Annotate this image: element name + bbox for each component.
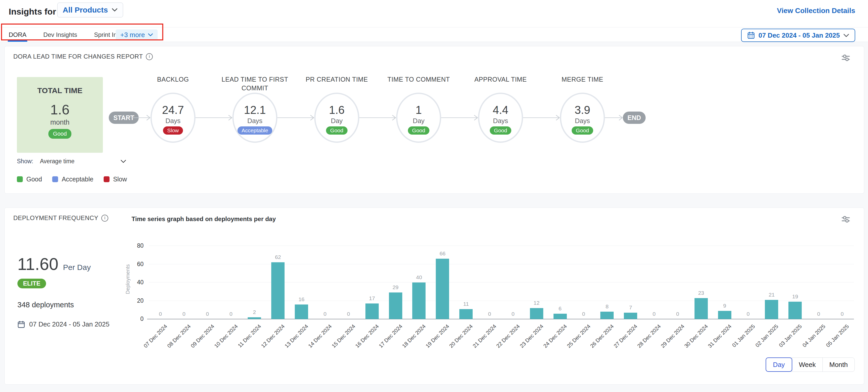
bar-17-Dec-2024[interactable] — [389, 293, 402, 319]
stage-label-4: TIME TO COMMENT — [378, 75, 460, 84]
total-time-unit: month — [17, 118, 103, 126]
lead-time-title-text: DORA LEAD TIME FOR CHANGES REPORT — [13, 53, 143, 60]
date-range-label: 07 Dec 2024 - 05 Jan 2025 — [758, 31, 840, 39]
y-tick-20: 20 — [127, 297, 144, 304]
gridline-20 — [149, 301, 854, 301]
bar-31-Dec-2024[interactable] — [718, 311, 731, 319]
bar-value-label: 17 — [362, 295, 382, 301]
y-tick-60: 60 — [127, 261, 144, 268]
bar-value-label: 0 — [174, 311, 194, 317]
bar-value-label: 19 — [785, 294, 805, 300]
x-tick-label: 10 Dec 2024 — [188, 323, 239, 374]
bar-18-Dec-2024[interactable] — [412, 282, 426, 319]
stage-label-5: APPROVAL TIME — [460, 75, 541, 84]
bar-value-label: 0 — [668, 311, 688, 317]
more-tabs-dropdown[interactable]: +3 more — [116, 29, 158, 40]
legend-item-good: Good — [17, 176, 42, 183]
info-icon[interactable]: i — [146, 53, 153, 60]
chevron-down-icon — [843, 34, 849, 37]
bar-value-label: 9 — [714, 303, 735, 309]
bar-26-Dec-2024[interactable] — [600, 312, 614, 319]
date-range-picker[interactable]: 07 Dec 2024 - 05 Jan 2025 — [741, 29, 855, 42]
bar-value-label: 16 — [291, 296, 312, 302]
legend-swatch-good — [17, 176, 23, 182]
bar-value-label: 12 — [526, 300, 547, 306]
y-tick-80: 80 — [127, 242, 144, 249]
deployment-rate-value: 11.60 — [18, 254, 58, 274]
bar-12-Dec-2024[interactable] — [271, 262, 284, 319]
deployment-rate-unit: Per Day — [63, 263, 91, 272]
deployment-date-range-label: 07 Dec 2024 - 05 Jan 2025 — [29, 320, 110, 328]
show-metric-dropdown[interactable]: Show: Average time — [17, 158, 126, 165]
stage-value: 1.6 — [315, 103, 358, 116]
x-tick-label: 23 Dec 2024 — [493, 323, 545, 374]
deployment-title-text: DEPLOYMENT FREQUENCY — [13, 214, 98, 221]
bar-16-Dec-2024[interactable] — [365, 303, 379, 319]
pipeline-arrow-4 — [359, 114, 396, 121]
x-tick-label: 30 Dec 2024 — [658, 323, 709, 374]
total-time-value: 1.6 — [17, 101, 103, 117]
stage-value: 3.9 — [561, 103, 604, 116]
stage-node-3[interactable]: 1.6DayGood — [314, 93, 359, 143]
chevron-down-icon — [121, 160, 126, 163]
y-tick-0: 0 — [127, 315, 144, 323]
bar-value-label: 0 — [221, 311, 241, 317]
stage-label-3: PR CREATION TIME — [296, 75, 378, 84]
granularity-month-button[interactable]: Month — [823, 358, 855, 371]
stage-unit: Days — [479, 117, 522, 125]
stage-node-5[interactable]: 4.4DaysGood — [478, 93, 523, 143]
total-time-box: TOTAL TIME 1.6 month Good — [17, 77, 103, 153]
legend-swatch-acceptable — [52, 176, 58, 182]
stage-node-2[interactable]: 12.1DaysAcceptable — [232, 93, 277, 143]
stage-status-badge: Good — [408, 126, 429, 134]
bar-19-Dec-2024[interactable] — [436, 259, 449, 319]
stage-node-1[interactable]: 24.7DaysSlow — [151, 93, 195, 143]
bar-value-label: 0 — [315, 311, 335, 317]
product-selector[interactable]: All Products — [57, 3, 123, 18]
bar-value-label: 6 — [550, 305, 570, 312]
deployment-card-title: DEPLOYMENT FREQUENCY i — [13, 214, 108, 221]
chevron-down-icon — [112, 8, 118, 12]
legend-label: Slow — [113, 176, 127, 183]
bar-13-Dec-2024[interactable] — [295, 304, 308, 319]
bar-23-Dec-2024[interactable] — [530, 308, 543, 319]
stage-node-6[interactable]: 3.9DaysGood — [560, 93, 605, 143]
bar-27-Dec-2024[interactable] — [624, 313, 637, 319]
info-icon[interactable]: i — [101, 215, 108, 221]
bar-11-Dec-2024[interactable] — [248, 317, 261, 319]
stage-label-6: MERGE TIME — [541, 75, 623, 84]
stage-node-4[interactable]: 1DayGood — [396, 93, 441, 143]
stage-value: 12.1 — [234, 103, 276, 116]
bar-24-Dec-2024[interactable] — [554, 314, 567, 319]
granularity-day-button[interactable]: Day — [766, 358, 792, 372]
x-tick-label: 24 Dec 2024 — [517, 323, 568, 374]
bar-30-Dec-2024[interactable] — [694, 298, 708, 319]
bar-value-label: 40 — [409, 274, 429, 280]
x-tick-label: 27 Dec 2024 — [587, 323, 639, 374]
deployment-count: 348 deployments — [18, 301, 74, 309]
view-collection-details-link[interactable]: View Collection Details — [777, 7, 855, 15]
bar-02-Jan-2025[interactable] — [765, 300, 778, 319]
bar-value-label: 0 — [197, 311, 218, 317]
bar-value-label: 11 — [456, 301, 476, 307]
bar-03-Jan-2025[interactable] — [788, 302, 802, 319]
stage-unit: Days — [234, 117, 276, 125]
granularity-week-button[interactable]: Week — [792, 358, 823, 371]
x-tick-label: 01 Jan 2025 — [705, 323, 756, 374]
bar-value-label: 0 — [832, 311, 852, 317]
stage-label-1: BACKLOG — [132, 75, 214, 84]
chart-settings-icon[interactable] — [840, 214, 851, 226]
chart-settings-icon[interactable] — [840, 53, 851, 64]
tab-dev-insights[interactable]: Dev Insights — [43, 27, 77, 42]
stage-unit: Day — [315, 117, 358, 125]
tab-dora[interactable]: DORA — [9, 27, 26, 42]
stage-status-badge: Good — [326, 126, 347, 134]
x-tick-label: 14 Dec 2024 — [281, 323, 333, 374]
chevron-down-icon — [148, 33, 153, 36]
status-legend: GoodAcceptableSlow — [17, 176, 127, 183]
bar-value-label: 0 — [738, 311, 758, 317]
lead-time-card-title: DORA LEAD TIME FOR CHANGES REPORT i — [13, 53, 153, 60]
bar-20-Dec-2024[interactable] — [459, 309, 473, 319]
total-time-label: TOTAL TIME — [17, 86, 103, 95]
x-tick-label: 29 Dec 2024 — [634, 323, 686, 374]
